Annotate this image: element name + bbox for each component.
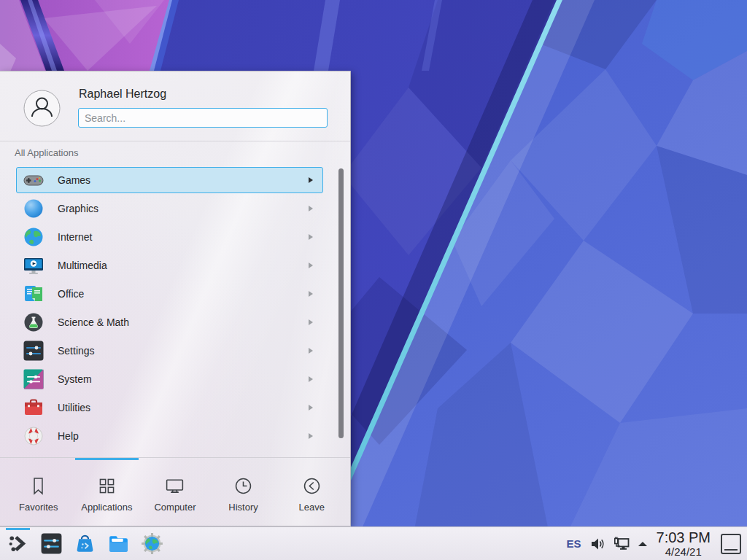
dolphin-icon [107, 532, 131, 556]
discover-icon [73, 532, 97, 556]
keyboard-layout-indicator[interactable]: ES [567, 537, 581, 550]
submenu-arrow-icon [309, 177, 313, 183]
settings-icon [22, 339, 45, 362]
expand-tray-caret-icon[interactable] [636, 537, 649, 551]
tab-applications[interactable]: Applications [73, 460, 142, 526]
applications-icon [96, 475, 117, 497]
user-name: Raphael Hertzog [79, 88, 166, 101]
category-label: Help [58, 430, 79, 442]
history-icon [233, 475, 254, 497]
submenu-arrow-icon [309, 405, 313, 411]
submenu-arrow-icon [309, 433, 313, 439]
submenu-arrow-icon [309, 291, 313, 297]
category-label: Games [58, 174, 90, 186]
leave-icon [301, 475, 322, 497]
category-settings[interactable]: Settings [16, 338, 323, 364]
clock-date: 4/24/21 [665, 546, 702, 557]
tab-label: History [228, 502, 258, 513]
category-label: Graphics [58, 203, 98, 214]
desktop: Raphael Hertzog All Applications Games G… [0, 0, 747, 560]
tab-leave[interactable]: Leave [277, 460, 346, 526]
submenu-arrow-icon [309, 376, 313, 382]
taskbar-web-browser[interactable] [140, 532, 164, 556]
launcher-header: Raphael Hertzog [0, 71, 350, 141]
category-label: System [58, 373, 92, 385]
multimedia-icon [22, 254, 45, 277]
computer-icon [164, 475, 185, 497]
taskbar-discover[interactable] [73, 532, 97, 556]
graphics-icon [22, 197, 45, 220]
category-games[interactable]: Games [16, 167, 323, 193]
category-utilities[interactable]: Utilities [16, 394, 323, 421]
application-launcher-popup: Raphael Hertzog All Applications Games G… [0, 71, 351, 526]
category-help[interactable]: Help [16, 423, 323, 449]
submenu-arrow-icon [309, 234, 313, 240]
kickoff-icon [6, 532, 30, 556]
submenu-arrow-icon [309, 206, 313, 211]
search-input[interactable] [78, 108, 328, 128]
category-label: Multimedia [58, 260, 107, 271]
category-list: Games Graphics Internet Multimedia Offic… [0, 160, 350, 457]
category-label: Settings [58, 345, 95, 357]
tab-label: Computer [154, 502, 196, 513]
clock-time: 7:03 PM [657, 530, 711, 545]
internet-icon [22, 225, 45, 249]
header-divider [0, 141, 350, 141]
system-icon [22, 368, 45, 391]
category-label: Utilities [58, 402, 90, 413]
utilities-icon [22, 396, 45, 419]
category-internet[interactable]: Internet [16, 224, 323, 250]
network-icon[interactable] [613, 535, 630, 553]
category-graphics[interactable]: Graphics [16, 195, 323, 222]
science-icon [22, 311, 45, 334]
active-app-indicator [6, 528, 30, 530]
volume-icon[interactable] [589, 535, 607, 553]
favorites-icon [28, 475, 49, 497]
category-system[interactable]: System [16, 366, 323, 392]
office-icon [22, 282, 45, 306]
submenu-arrow-icon [309, 262, 313, 268]
section-label: All Applications [15, 147, 78, 158]
submenu-arrow-icon [309, 348, 313, 354]
games-icon [22, 168, 45, 192]
category-office[interactable]: Office [16, 281, 323, 307]
scrollbar[interactable] [338, 168, 344, 438]
tab-favorites[interactable]: Favorites [4, 460, 73, 526]
digital-clock[interactable]: 7:03 PM 4/24/21 [657, 530, 711, 557]
category-label: Office [58, 288, 84, 300]
tab-label: Leave [298, 502, 324, 513]
category-science-math[interactable]: Science & Math [16, 309, 323, 335]
launcher-tabbar: Favorites Applications Computer History … [0, 460, 350, 526]
taskbar-file-manager[interactable] [107, 532, 131, 556]
system-settings-icon [39, 532, 63, 556]
category-label: Science & Math [58, 316, 129, 328]
system-tray: ES 7:03 PM [567, 527, 742, 560]
taskbar-system-settings[interactable] [39, 532, 63, 556]
help-icon [22, 424, 45, 448]
tab-computer[interactable]: Computer [141, 460, 209, 526]
taskbar-app-icons [6, 527, 164, 560]
show-desktop-button[interactable] [721, 534, 741, 554]
category-multimedia[interactable]: Multimedia [16, 252, 323, 279]
taskbar-application-launcher[interactable] [6, 532, 30, 556]
submenu-arrow-icon [309, 319, 313, 325]
list-divider [0, 457, 350, 458]
browser-icon [140, 532, 164, 556]
user-avatar[interactable] [23, 90, 61, 127]
tab-label: Favorites [19, 502, 58, 513]
category-label: Internet [58, 231, 92, 243]
tab-label: Applications [81, 502, 132, 513]
tab-history[interactable]: History [209, 460, 278, 526]
taskbar: ES 7:03 PM [0, 526, 747, 560]
